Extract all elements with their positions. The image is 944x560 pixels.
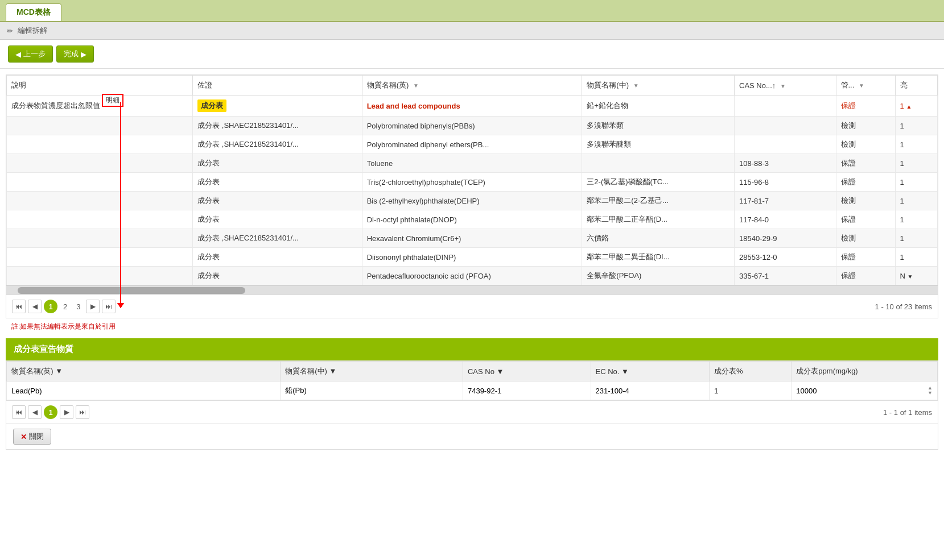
cell-evidence-4[interactable]: 成分表	[193, 173, 362, 192]
cell-substance-cn-7[interactable]: 六價鉻	[582, 229, 735, 248]
next-page-button[interactable]: ▶	[86, 300, 100, 313]
cell-substance-cn-9[interactable]: 全氟辛酸(PFOA)	[582, 267, 735, 285]
filter-icon-bottom-cn[interactable]: ▼	[329, 367, 336, 375]
toolbar-label: 編輯拆解	[18, 26, 47, 36]
cell-evidence-2[interactable]: 成分表 ,SHAEC2185231401/...	[193, 135, 362, 154]
col-header-cas: CAS No...↑ ▼	[735, 76, 836, 96]
cell-mgmt-9: 保證	[836, 267, 895, 285]
scroll-thumb[interactable]	[18, 287, 245, 294]
cell-count-5: 1	[895, 192, 937, 210]
cell-evidence-3[interactable]: 成分表	[193, 154, 362, 173]
main-content: 明細 說明 佐證 物質名稱(英) ▼ 物質名稱(中) ▼	[0, 69, 944, 455]
cell-evidence-9[interactable]: 成分表	[193, 267, 362, 285]
table-row: 成分表 Pentadecafluorooctanoic acid (PFOA) …	[7, 267, 938, 285]
current-page-1[interactable]: 1	[44, 300, 57, 313]
tab-mcd[interactable]: MCD表格	[6, 3, 61, 21]
cell-mgmt-2: 檢測	[836, 135, 895, 154]
cell-desc-2	[7, 135, 193, 154]
cell-substance-en-3: Toluene	[362, 154, 582, 173]
bottom-cell-cas-0: 7439-92-1	[463, 381, 591, 400]
bottom-col-ec: EC No. ▼	[591, 362, 710, 381]
cell-substance-cn-4[interactable]: 三2-(氯乙基)磷酸酯(TC...	[582, 173, 735, 192]
cell-count-1: 1	[895, 117, 937, 135]
top-table-container: 明細 說明 佐證 物質名稱(英) ▼ 物質名稱(中) ▼	[6, 74, 938, 318]
cell-substance-en-4: Tris(2-chloroethyl)phosphate(TCEP)	[362, 173, 582, 192]
table-row: 成分表 Diisononyl phthalate(DINP) 鄰苯二甲酸二異壬酯…	[7, 248, 938, 267]
page-3[interactable]: 3	[73, 300, 84, 313]
nav-bar: ◀ 上一步 完成 ▶	[0, 40, 944, 69]
cell-substance-cn-0[interactable]: 鉛+鉛化合物	[582, 96, 735, 117]
cell-desc-3	[7, 154, 193, 173]
filter-icon-bottom-ec[interactable]: ▼	[621, 367, 629, 376]
cell-substance-cn-5[interactable]: 鄰苯二甲酸二(2-乙基己...	[582, 192, 735, 210]
cell-desc-1	[7, 117, 193, 135]
prev-page-button[interactable]: ◀	[28, 300, 42, 313]
cell-cas-2	[735, 135, 836, 154]
cell-substance-cn-2[interactable]: 多溴聯苯醚類	[582, 135, 735, 154]
filter-icon-cas[interactable]: ▼	[780, 83, 786, 89]
table-row: 成分表 Toluene 108-88-3 保證 1	[7, 154, 938, 173]
bottom-table-row: Lead(Pb) 鉛(Pb) 7439-92-1 231-100-4 1 100…	[7, 381, 938, 400]
cell-evidence-6[interactable]: 成分表	[193, 210, 362, 229]
close-x-icon: ✕	[20, 433, 27, 441]
filter-icon-mgmt[interactable]: ▼	[859, 82, 864, 89]
filter-icon-bottom-en[interactable]: ▼	[55, 367, 63, 375]
stepper-down[interactable]: ▼	[927, 391, 933, 396]
edit-icon: ✏	[7, 27, 13, 35]
col-header-substance-en: 物質名稱(英) ▼	[362, 76, 582, 96]
ppm-stepper: 10000 ▲ ▼	[796, 385, 933, 396]
cell-evidence-1[interactable]: 成分表 ,SHAEC2185231401/...	[193, 117, 362, 135]
cell-substance-en-6: Di-n-octyl phthalate(DNOP)	[362, 210, 582, 229]
filter-icon-bottom-cas[interactable]: ▼	[497, 367, 504, 376]
close-bar: ✕ 關閉	[6, 424, 938, 449]
cell-cas-1	[735, 117, 836, 135]
bottom-cell-pct-0: 1	[710, 381, 792, 400]
table-row: 成分表 ,SHAEC2185231401/... Polybrominated …	[7, 117, 938, 135]
bottom-last-page[interactable]: ⏭	[76, 405, 89, 419]
table-row: 成分表 ,SHAEC2185231401/... Polybrominated …	[7, 135, 938, 154]
table-row: 成分表 Tris(2-chloroethyl)phosphate(TCEP) 三…	[7, 173, 938, 192]
cell-cas-9: 335-67-1	[735, 267, 836, 285]
close-button[interactable]: ✕ 關閉	[13, 429, 51, 445]
evidence-badge-0: 成分表	[197, 99, 226, 112]
cell-cas-4: 115-96-8	[735, 173, 836, 192]
last-page-button[interactable]: ⏭	[102, 300, 116, 313]
cell-evidence-7[interactable]: 成分表 ,SHAEC2185231401/...	[193, 229, 362, 248]
cell-evidence-0: 成分表	[193, 96, 362, 117]
back-button[interactable]: ◀ 上一步	[8, 45, 53, 63]
bottom-pagination: ⏮ ◀ 1 ▶ ⏭ 1 - 1 of 1 items	[6, 400, 938, 424]
cell-mgmt-1: 檢測	[836, 117, 895, 135]
cell-evidence-5[interactable]: 成分表	[193, 192, 362, 210]
table-row: 成分表 Bis (2-ethylhexyl)phthalate(DEHP) 鄰苯…	[7, 192, 938, 210]
bottom-current-page[interactable]: 1	[44, 405, 57, 419]
filter-icon-substance-en[interactable]: ▼	[413, 82, 419, 89]
cell-substance-cn-8[interactable]: 鄰苯二甲酸二異壬酯(DI...	[582, 248, 735, 267]
cell-substance-cn-1[interactable]: 多溴聯苯類	[582, 117, 735, 135]
bottom-first-page[interactable]: ⏮	[12, 405, 26, 419]
cell-substance-en-7: Hexavalent Chromium(Cr6+)	[362, 229, 582, 248]
filter-icon-substance-cn[interactable]: ▼	[633, 82, 639, 89]
bottom-col-substance-cn: 物質名稱(中) ▼	[281, 362, 463, 381]
cell-substance-cn-6[interactable]: 鄰苯二甲酸二正辛酯(D...	[582, 210, 735, 229]
cell-substance-en-0[interactable]: Lead and lead compounds	[362, 96, 582, 117]
col-header-count: 亮	[895, 76, 937, 96]
bottom-next-page[interactable]: ▶	[60, 405, 73, 419]
cell-cas-0	[735, 96, 836, 117]
stepper-buttons[interactable]: ▲ ▼	[927, 385, 933, 396]
bottom-section-header: 成分表宣告物質	[6, 338, 938, 360]
cell-desc-8	[7, 248, 193, 267]
cell-evidence-8[interactable]: 成分表	[193, 248, 362, 267]
cell-cas-7: 18540-29-9	[735, 229, 836, 248]
bottom-prev-page[interactable]: ◀	[28, 405, 42, 419]
cell-substance-en-2: Polybrominated diphenyl ethers(PB...	[362, 135, 582, 154]
page-2[interactable]: 2	[60, 300, 71, 313]
finish-button[interactable]: 完成 ▶	[56, 45, 94, 63]
bottom-col-cas: CAS No ▼	[463, 362, 591, 381]
toolbar: ✏ 編輯拆解	[0, 22, 944, 40]
first-page-button[interactable]: ⏮	[12, 300, 26, 313]
cell-cas-6: 117-84-0	[735, 210, 836, 229]
table-row: 成分表物質濃度超出忽限值 成分表 Lead and lead compounds…	[7, 96, 938, 117]
app-container: MCD表格 ✏ 編輯拆解 ◀ 上一步 完成 ▶ 明細 說明	[0, 0, 944, 560]
cell-count-8: 1	[895, 248, 937, 267]
horizontal-scrollbar[interactable]	[6, 285, 938, 294]
